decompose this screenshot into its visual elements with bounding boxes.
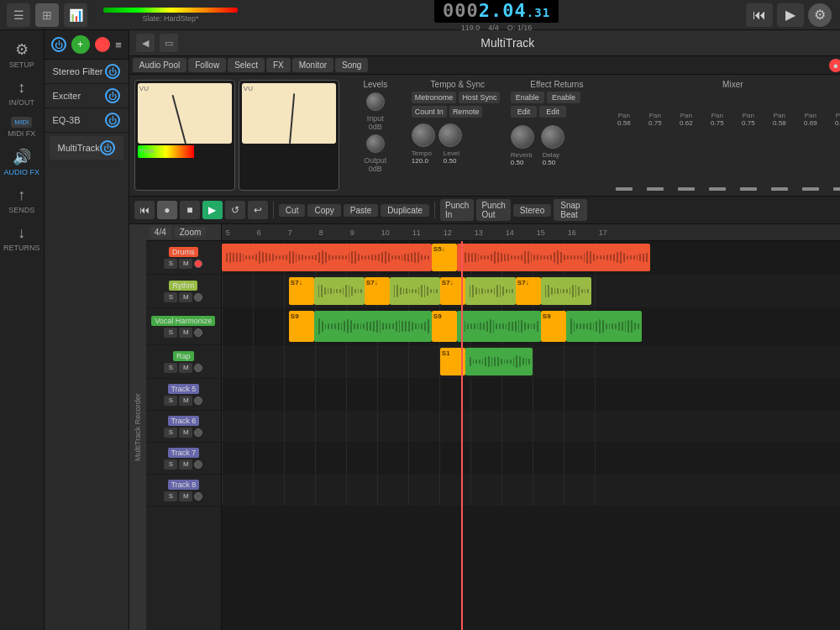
eq-icon[interactable]: 📊 bbox=[64, 3, 87, 27]
rec-dot-5[interactable] bbox=[194, 428, 202, 437]
rec-dot-0[interactable] bbox=[194, 260, 202, 268]
fx-power-btn[interactable]: ⏻ bbox=[51, 37, 66, 52]
stop-btn[interactable]: ■ bbox=[180, 201, 200, 219]
tab-monitor[interactable]: Monitor bbox=[292, 58, 333, 72]
clip-3-1[interactable] bbox=[465, 348, 533, 375]
clip-2-1[interactable] bbox=[314, 311, 432, 342]
tempo-knob[interactable] bbox=[412, 123, 435, 147]
rec-dot-3[interactable] bbox=[194, 364, 202, 372]
rec-dot-4[interactable] bbox=[194, 396, 202, 405]
solo-btn-0[interactable]: S bbox=[164, 259, 177, 269]
duplicate-btn[interactable]: Duplicate bbox=[381, 204, 429, 217]
clip-2-5[interactable] bbox=[566, 311, 642, 342]
sidebar-inout[interactable]: ↕ IN/OUT bbox=[6, 76, 39, 110]
ch-handle-4[interactable] bbox=[740, 187, 757, 191]
loop-btn[interactable]: ↺ bbox=[225, 201, 245, 219]
menu-icon[interactable]: ☰ bbox=[7, 3, 30, 27]
mixer-icon[interactable]: ⊞ bbox=[35, 3, 59, 27]
rec-dot-1[interactable] bbox=[194, 293, 202, 302]
clip-1-2[interactable]: S7↓ bbox=[365, 277, 390, 305]
clip-1-0[interactable]: S7↓ bbox=[289, 277, 314, 305]
ch-handle-6[interactable] bbox=[802, 187, 819, 191]
song-active-btn[interactable]: ● bbox=[829, 59, 840, 72]
mute-btn-6[interactable]: M bbox=[179, 459, 192, 470]
enable1-btn[interactable]: Enable bbox=[511, 92, 544, 103]
mute-btn-0[interactable]: M bbox=[179, 259, 192, 269]
go-start-btn[interactable]: ⏮ bbox=[134, 201, 155, 219]
mute-btn-5[interactable]: M bbox=[179, 428, 192, 438]
clip-2-0[interactable]: S9 bbox=[289, 311, 314, 342]
mute-btn-3[interactable]: M bbox=[179, 363, 192, 373]
remote-btn[interactable]: Remote bbox=[449, 106, 483, 118]
sidebar-sends[interactable]: ↑ SENDS bbox=[5, 183, 38, 218]
solo-btn-1[interactable]: S bbox=[164, 292, 177, 302]
clip-1-5[interactable] bbox=[465, 277, 516, 305]
solo-btn-2[interactable]: S bbox=[164, 328, 177, 338]
fx-menu-icon[interactable]: ≡ bbox=[115, 39, 122, 51]
back-btn[interactable]: ◀ bbox=[136, 34, 155, 52]
mute-btn-2[interactable]: M bbox=[179, 328, 192, 338]
level-knob[interactable] bbox=[438, 123, 462, 147]
clip-1-1[interactable] bbox=[314, 277, 365, 305]
copy-btn[interactable]: Copy bbox=[307, 204, 340, 217]
tab-follow[interactable]: Follow bbox=[188, 58, 226, 72]
ch-handle-3[interactable] bbox=[709, 187, 726, 191]
play-transport-btn[interactable]: ▶ bbox=[202, 201, 223, 219]
expand-btn[interactable]: ▭ bbox=[160, 34, 178, 52]
clip-1-3[interactable] bbox=[390, 277, 440, 305]
clip-0-1[interactable]: S5↓ bbox=[432, 244, 457, 271]
fx-item-multitrack[interactable]: MultiTrack ⏻ bbox=[50, 136, 123, 160]
rec-dot-6[interactable] bbox=[194, 460, 202, 469]
sidebar-setup[interactable]: ⚙ SETUP bbox=[6, 37, 38, 72]
fx-add-btn[interactable]: + bbox=[71, 35, 90, 54]
undo-btn[interactable]: ↩ bbox=[248, 201, 268, 219]
tab-audio-pool[interactable]: Audio Pool bbox=[133, 58, 186, 72]
record-btn[interactable]: ● bbox=[157, 201, 177, 219]
fx-delete-btn[interactable]: − bbox=[95, 37, 110, 52]
input-knob[interactable] bbox=[366, 92, 385, 111]
clip-1-7[interactable] bbox=[541, 277, 591, 305]
stereo-filter-power[interactable]: ⏻ bbox=[105, 64, 120, 79]
multitrack-power[interactable]: ⏻ bbox=[100, 140, 115, 155]
solo-btn-6[interactable]: S bbox=[164, 459, 177, 470]
stereo-btn[interactable]: Stereo bbox=[513, 204, 551, 217]
clip-0-2[interactable] bbox=[457, 244, 650, 271]
snap-beat-btn[interactable]: SnapBeat bbox=[554, 199, 586, 221]
tab-fx[interactable]: FX bbox=[266, 58, 291, 72]
ch-handle-2[interactable] bbox=[678, 187, 695, 191]
punch-in-btn[interactable]: PunchIn bbox=[440, 199, 474, 221]
ch-handle-7[interactable] bbox=[833, 187, 840, 191]
enable2-btn[interactable]: Enable bbox=[547, 92, 580, 103]
clip-2-2[interactable]: S9 bbox=[432, 311, 457, 342]
skip-back-btn[interactable]: ⏮ bbox=[746, 3, 773, 27]
rec-dot-2[interactable] bbox=[194, 328, 202, 337]
fx-item-eq3b[interactable]: EQ-3B ⏻ bbox=[45, 108, 129, 133]
solo-btn-3[interactable]: S bbox=[164, 363, 177, 373]
clip-0-0[interactable] bbox=[222, 244, 432, 271]
eq3b-power[interactable]: ⏻ bbox=[105, 113, 120, 128]
settings-btn[interactable]: ⚙ bbox=[808, 3, 832, 27]
ch-handle-5[interactable] bbox=[771, 187, 788, 191]
solo-btn-7[interactable]: S bbox=[164, 491, 177, 501]
clip-2-4[interactable]: S9 bbox=[541, 311, 566, 342]
mute-btn-4[interactable]: M bbox=[179, 396, 192, 406]
host-sync-btn[interactable]: Host Sync bbox=[459, 92, 500, 103]
mute-btn-1[interactable]: M bbox=[179, 292, 192, 302]
zoom-btn[interactable]: Zoom bbox=[175, 227, 207, 238]
mute-btn-7[interactable]: M bbox=[179, 491, 192, 501]
solo-btn-5[interactable]: S bbox=[164, 428, 177, 438]
sidebar-midifx[interactable]: MIDI MIDI FX bbox=[4, 113, 39, 141]
fx-item-exciter[interactable]: Exciter ⏻ bbox=[45, 84, 129, 108]
sidebar-audiofx[interactable]: 🔊 AUDIO FX bbox=[1, 144, 44, 180]
rec-dot-7[interactable] bbox=[194, 492, 202, 501]
paste-btn[interactable]: Paste bbox=[344, 204, 379, 217]
exciter-power[interactable]: ⏻ bbox=[105, 88, 120, 103]
delay-knob[interactable] bbox=[541, 125, 564, 149]
edit1-btn[interactable]: Edit bbox=[511, 106, 538, 118]
sidebar-returns[interactable]: ↓ RETURNS bbox=[0, 221, 44, 255]
solo-btn-4[interactable]: S bbox=[164, 396, 177, 406]
play-btn[interactable]: ▶ bbox=[777, 3, 804, 27]
reverb-knob[interactable] bbox=[511, 125, 534, 149]
tab-select[interactable]: Select bbox=[228, 58, 265, 72]
ch-handle-0[interactable] bbox=[616, 187, 633, 191]
